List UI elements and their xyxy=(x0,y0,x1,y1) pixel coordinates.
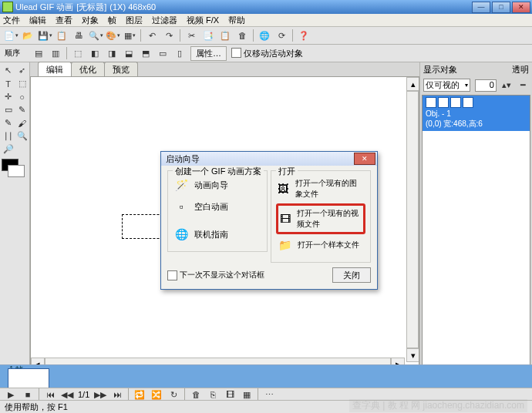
slider-icon[interactable]: ━ xyxy=(517,79,529,92)
palette-icon[interactable]: 🎨 xyxy=(106,29,119,42)
tool-move-icon[interactable]: ➶ xyxy=(15,64,29,77)
loop-icon[interactable]: 🔁 xyxy=(133,388,146,401)
align-top-icon[interactable]: ⬓ xyxy=(123,47,135,59)
tool-rect-icon[interactable]: ▭ xyxy=(2,103,15,116)
menu-view[interactable]: 查看 xyxy=(56,15,72,26)
stepper-icon[interactable]: ▴▾ xyxy=(501,79,513,92)
obj-flag-2-icon[interactable] xyxy=(450,97,461,108)
copy-icon[interactable]: 📑 xyxy=(202,29,214,42)
tool-pointer-icon[interactable]: ↖ xyxy=(2,64,15,77)
scroll-up-icon[interactable]: ▴ xyxy=(406,77,419,91)
open-image-item[interactable]: 🖼 打开一个现有的图象文件 xyxy=(276,174,365,203)
startup-wizard-dialog: 启动向导 ✕ 创建一个 GIF 动画方案 🪄 动画向导 ▫ 空白动画 🌐 xyxy=(160,151,378,290)
align-center-icon[interactable]: ◧ xyxy=(89,47,101,59)
refresh-icon[interactable]: ⟳ xyxy=(275,29,288,42)
menu-help[interactable]: 帮助 xyxy=(228,15,245,26)
reverse-icon[interactable]: ↻ xyxy=(167,388,180,401)
print-icon[interactable]: 🖶 xyxy=(72,29,85,42)
prev-frame-icon[interactable]: ◀◀ xyxy=(61,388,73,401)
next-frame-icon[interactable]: ▶▶ xyxy=(94,388,106,401)
undo-icon[interactable]: ↶ xyxy=(146,29,158,42)
redo-icon[interactable]: ↷ xyxy=(163,29,175,42)
delete-frame-icon[interactable]: 🗑 xyxy=(190,388,202,401)
maximize-button[interactable]: □ xyxy=(492,2,510,13)
zoom-icon[interactable]: 🔍 xyxy=(89,29,102,42)
tool-pencil-icon[interactable]: ✎ xyxy=(15,103,29,116)
minimize-button[interactable]: — xyxy=(472,2,490,13)
tool-zoomin-icon[interactable]: 🔍 xyxy=(15,129,29,143)
app-window: Ulead GIF 动画 [无标题] (1X) 468x60 — □ ✕ 文件 … xyxy=(0,0,532,413)
open-sample-item[interactable]: 📁 打开一个样本文件 xyxy=(276,234,365,256)
menu-layer[interactable]: 图层 xyxy=(126,15,143,26)
tool-brush-icon[interactable]: ✎ xyxy=(2,116,15,129)
align-left-icon[interactable]: ⬚ xyxy=(72,47,84,59)
first-frame-icon[interactable]: ⏮ xyxy=(44,388,56,401)
align-bottom-icon[interactable]: ▭ xyxy=(157,47,169,59)
save-icon[interactable]: 💾 xyxy=(39,29,51,42)
cut-icon[interactable]: ✂ xyxy=(185,29,197,42)
tool-ellipse-icon[interactable]: ○ xyxy=(15,90,29,103)
more-frames-icon[interactable]: ⋯ xyxy=(263,388,275,401)
online-guide-item[interactable]: 🌐 联机指南 xyxy=(173,223,262,245)
scroll-down-icon[interactable]: ▾ xyxy=(406,348,419,362)
tool-select-icon[interactable]: ⬚ xyxy=(15,77,29,90)
open-icon[interactable]: 📂 xyxy=(22,29,34,42)
blank-animation-item[interactable]: ▫ 空白动画 xyxy=(173,196,262,217)
menu-frame[interactable]: 帧 xyxy=(108,15,116,26)
align-dist-icon[interactable]: ▯ xyxy=(173,47,186,59)
menubar: 文件 编辑 查看 对象 帧 图层 过滤器 视频 F/X 帮助 xyxy=(0,14,532,27)
animation-wizard-item[interactable]: 🪄 动画向导 xyxy=(173,174,262,196)
move-active-checkbox[interactable]: 仅移动活动对象 xyxy=(231,48,303,59)
frame-grid-icon[interactable]: ▦ xyxy=(241,388,253,401)
order-up-icon[interactable]: ▥ xyxy=(49,47,62,59)
object-list[interactable]: Obj. - 1 (0,0) 宽:468,高:6 xyxy=(422,95,530,369)
new-icon[interactable]: 📄 xyxy=(5,29,17,42)
stop-icon[interactable]: ■ xyxy=(22,388,34,401)
background-swatch[interactable] xyxy=(8,165,25,177)
grid-icon[interactable]: ▦ xyxy=(123,29,136,42)
object-list-item[interactable]: Obj. - 1 (0,0) 宽:468,高:6 xyxy=(423,96,530,131)
menu-edit[interactable]: 编辑 xyxy=(29,15,46,26)
tab-preview[interactable]: 预览 xyxy=(104,62,138,76)
dialog-close-button[interactable]: ✕ xyxy=(354,153,375,165)
tab-edit[interactable]: 编辑 xyxy=(38,62,72,76)
transparency-input[interactable]: 0 xyxy=(475,79,497,92)
close-button[interactable]: ✕ xyxy=(512,2,530,13)
dup-frame-icon[interactable]: ⎘ xyxy=(207,388,219,401)
v-scroll-track[interactable] xyxy=(406,91,419,348)
dialog-close-btn[interactable]: 关闭 xyxy=(332,267,371,283)
obj-flag-1-icon[interactable] xyxy=(438,97,449,108)
play-icon[interactable]: ▶ xyxy=(5,388,17,401)
tool-text-icon[interactable]: T xyxy=(2,77,15,90)
menu-file[interactable]: 文件 xyxy=(3,15,20,26)
separator xyxy=(253,29,254,42)
last-frame-icon[interactable]: ⏭ xyxy=(111,388,123,401)
menu-filter[interactable]: 过滤器 xyxy=(152,15,177,26)
v-scrollbar[interactable]: ▴ ▾ xyxy=(406,77,419,358)
visibility-combo[interactable]: 仅可视的 xyxy=(423,79,470,92)
tab-optimize[interactable]: 优化 xyxy=(71,62,105,76)
shuffle-icon[interactable]: 🔀 xyxy=(150,388,163,401)
dont-show-checkbox[interactable]: 下一次不显示这个对话框 xyxy=(167,270,264,280)
help-icon[interactable]: ❓ xyxy=(298,29,310,42)
order-top-icon[interactable]: ▤ xyxy=(32,47,45,59)
open-legend: 打开 xyxy=(276,166,298,177)
paste-icon[interactable]: 📋 xyxy=(56,29,68,42)
tool-paint-icon[interactable]: 🖌 xyxy=(15,116,29,129)
delete-icon[interactable]: 🗑 xyxy=(236,29,248,42)
align-right-icon[interactable]: ◨ xyxy=(106,47,118,59)
tool-crop-icon[interactable]: ✛ xyxy=(2,90,15,103)
color-swatch[interactable] xyxy=(2,159,29,168)
align-middle-icon[interactable]: ⬒ xyxy=(140,47,152,59)
obj-flag-3-icon[interactable] xyxy=(463,97,473,108)
separator xyxy=(180,29,180,42)
menu-object[interactable]: 对象 xyxy=(82,15,99,26)
menu-videofx[interactable]: 视频 F/X xyxy=(187,15,219,26)
open-video-item[interactable]: 🎞 打开一个现有的视频文件 xyxy=(276,203,365,234)
tool-line-icon[interactable]: ∣∣ xyxy=(2,129,15,143)
film-icon[interactable]: 🎞 xyxy=(224,388,236,401)
properties-button[interactable]: 属性… xyxy=(190,46,227,61)
web-icon[interactable]: 🌐 xyxy=(258,29,271,42)
paste2-icon[interactable]: 📋 xyxy=(219,29,231,42)
tool-zoomout-icon[interactable]: 🔎 xyxy=(2,143,15,156)
